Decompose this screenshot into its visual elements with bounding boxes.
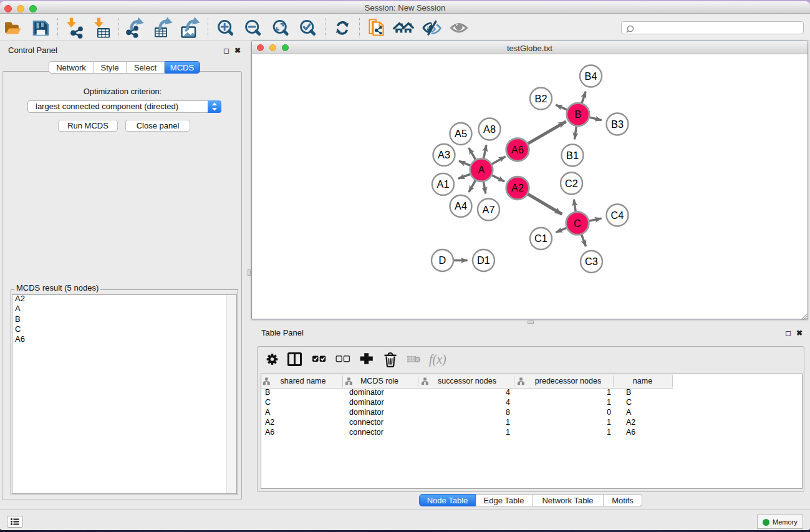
svg-text:C4: C4 bbox=[611, 210, 624, 221]
svg-text:B2: B2 bbox=[535, 93, 547, 104]
svg-text:A7: A7 bbox=[483, 204, 495, 215]
svg-text:A6: A6 bbox=[511, 144, 524, 155]
svg-text:B1: B1 bbox=[566, 150, 579, 161]
svg-text:C2: C2 bbox=[565, 178, 578, 189]
svg-text:A2: A2 bbox=[511, 182, 524, 193]
svg-text:A4: A4 bbox=[455, 200, 467, 211]
svg-text:C: C bbox=[574, 218, 581, 229]
svg-text:C1: C1 bbox=[534, 233, 547, 244]
svg-text:B4: B4 bbox=[585, 70, 597, 82]
svg-text:A5: A5 bbox=[455, 128, 467, 139]
svg-text:B: B bbox=[575, 109, 582, 120]
svg-text:D1: D1 bbox=[477, 254, 490, 266]
svg-text:C3: C3 bbox=[585, 256, 598, 267]
svg-text:A3: A3 bbox=[438, 149, 450, 160]
svg-text:A1: A1 bbox=[437, 178, 450, 190]
svg-text:B3: B3 bbox=[611, 118, 624, 130]
svg-text:A: A bbox=[478, 164, 485, 175]
svg-text:D: D bbox=[439, 254, 446, 266]
svg-text:A8: A8 bbox=[483, 123, 496, 135]
svg-text:f(x): f(x) bbox=[429, 352, 446, 367]
